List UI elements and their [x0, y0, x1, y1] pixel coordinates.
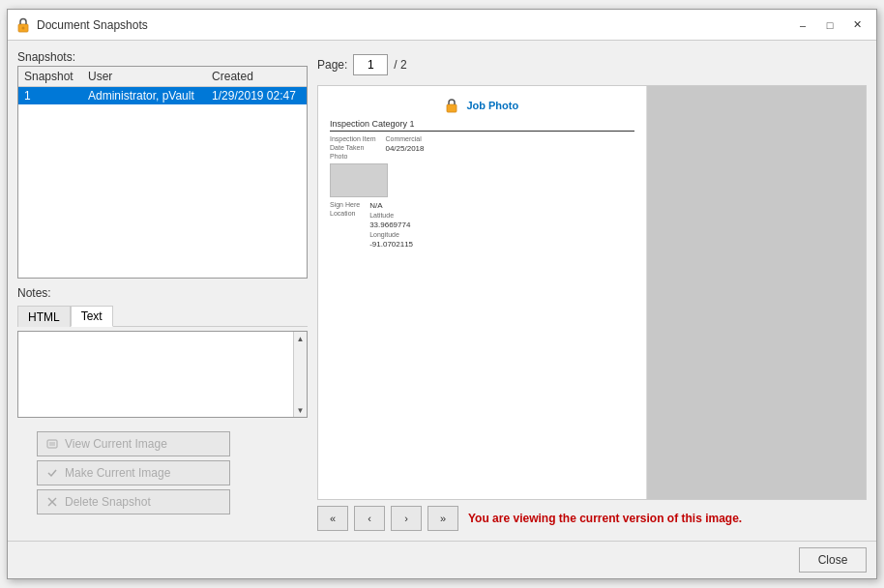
doc-na-value: N/A [369, 201, 413, 210]
page-control: Page: / 2 [317, 50, 867, 79]
notes-section: Notes: HTML Text ▲ ▼ [17, 286, 308, 418]
view-current-image-label: View Current Image [65, 437, 167, 451]
doc-fields-top: Inspection Item Date Taken Photo Commerc… [330, 135, 634, 160]
doc-photo-placeholder [330, 163, 388, 197]
notes-textarea-container: ▲ ▼ [17, 331, 308, 418]
action-buttons: View Current Image Make Current Image [17, 431, 308, 514]
doc-page-right-gray [647, 86, 866, 499]
svg-rect-3 [49, 442, 55, 446]
doc-latitude-label: Latitude [369, 212, 413, 219]
delete-snapshot-icon [45, 495, 59, 509]
document-preview: Job Photo Inspection Category 1 Inspecti… [317, 85, 867, 500]
nav-controls: « ‹ › » [317, 506, 458, 531]
window-icon [15, 17, 31, 33]
svg-point-1 [22, 26, 25, 29]
window-close-button[interactable]: ✕ [845, 15, 869, 35]
doc-field-group-left: Inspection Item Date Taken Photo [330, 135, 375, 160]
tabs-row: HTML Text [17, 306, 308, 327]
nav-bar: « ‹ › » You are viewing the current vers… [317, 506, 867, 531]
close-dialog-button[interactable]: Close [799, 547, 867, 573]
doc-inspection-item-label: Inspection Item [330, 135, 375, 142]
nav-first-button[interactable]: « [317, 506, 348, 531]
window-title: Document Snapshots [37, 18, 791, 32]
nav-next-button[interactable]: › [391, 506, 422, 531]
page-total: / 2 [394, 58, 406, 72]
doc-category: Inspection Category 1 [330, 119, 634, 132]
cell-snapshot-number: 1 [18, 87, 82, 105]
doc-job-photo-title: Job Photo [466, 100, 518, 111]
make-current-image-icon [45, 466, 59, 480]
doc-commercial-label: Commercial [385, 135, 424, 142]
page-label: Page: [317, 58, 347, 72]
doc-lock-icon [445, 98, 458, 113]
snapshots-section: Snapshots: Snapshot User Created [17, 50, 308, 279]
doc-latitude-value: 33.9669774 [369, 220, 413, 229]
nav-prev-button[interactable]: ‹ [354, 506, 385, 531]
cell-created: 1/29/2019 02:47 [206, 87, 307, 105]
window-controls: – □ ✕ [791, 15, 869, 35]
delete-snapshot-label: Delete Snapshot [65, 495, 151, 509]
doc-field-group-right: Commercial 04/25/2018 [385, 135, 424, 160]
delete-snapshot-button[interactable]: Delete Snapshot [37, 489, 230, 514]
doc-header: Job Photo [330, 98, 634, 113]
doc-longitude-label: Longitude [369, 231, 413, 238]
status-message: You are viewing the current version of t… [468, 512, 742, 525]
main-content: Snapshots: Snapshot User Created [8, 41, 876, 541]
make-current-image-button[interactable]: Make Current Image [37, 460, 230, 485]
nav-last-button[interactable]: » [427, 506, 458, 531]
cell-user: Administrator, pVault [82, 87, 206, 105]
snapshots-label: Snapshots: [17, 50, 308, 64]
bottom-bar: Close [8, 541, 876, 578]
doc-page-left: Job Photo Inspection Category 1 Inspecti… [318, 86, 647, 499]
view-current-image-icon [45, 437, 59, 451]
table-row[interactable]: 1 Administrator, pVault 1/29/2019 02:47 [18, 87, 307, 105]
doc-location-label: Location [330, 210, 360, 217]
make-current-image-label: Make Current Image [65, 466, 170, 480]
maximize-button[interactable]: □ [818, 15, 841, 35]
col-header-snapshot: Snapshot [18, 67, 82, 87]
col-header-created: Created [206, 67, 307, 87]
doc-sign-section: Sign Here Location N/A Latitude 33.96697… [330, 201, 634, 249]
scrollbar-up-arrow[interactable]: ▲ [294, 332, 308, 345]
title-bar: Document Snapshots – □ ✕ [8, 10, 876, 41]
tab-html[interactable]: HTML [17, 306, 71, 327]
minimize-button[interactable]: – [791, 15, 814, 35]
doc-longitude-value: -91.0702115 [369, 240, 413, 249]
snapshot-table-container: Snapshot User Created 1 Administrator, p… [17, 66, 308, 279]
doc-photo-label: Photo [330, 153, 375, 160]
col-header-user: User [82, 67, 206, 87]
doc-sign-col-right: N/A Latitude 33.9669774 Longitude -91.07… [369, 201, 413, 249]
right-panel: Page: / 2 Job Photo Inspection Category … [317, 50, 867, 531]
scrollbar-down-arrow[interactable]: ▼ [294, 403, 308, 417]
view-current-image-button[interactable]: View Current Image [37, 431, 230, 456]
doc-date-value: 04/25/2018 [385, 144, 424, 153]
doc-sign-here-label: Sign Here [330, 201, 360, 208]
svg-rect-6 [447, 104, 457, 112]
notes-scrollbar: ▲ ▼ [293, 332, 307, 417]
snapshot-table: Snapshot User Created 1 Administrator, p… [18, 67, 307, 104]
tab-text[interactable]: Text [71, 306, 113, 327]
left-panel: Snapshots: Snapshot User Created [17, 50, 308, 531]
doc-date-taken-label: Date Taken [330, 144, 375, 151]
table-header-row: Snapshot User Created [18, 67, 307, 87]
notes-label: Notes: [17, 286, 308, 300]
doc-sign-col-left: Sign Here Location [330, 201, 360, 249]
notes-textarea[interactable] [18, 332, 307, 417]
document-snapshots-window: Document Snapshots – □ ✕ Snapshots: Snap… [7, 9, 877, 579]
page-number-input[interactable] [353, 54, 388, 75]
